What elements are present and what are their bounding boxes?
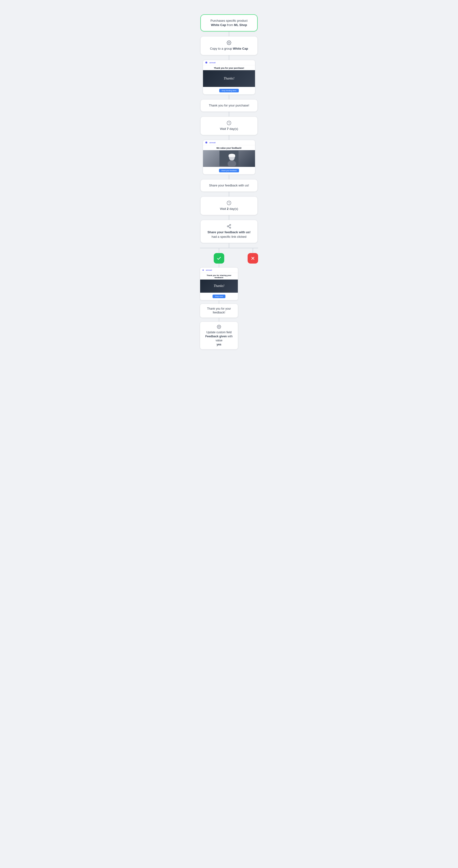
- email2-preview-wrapper: airmail We value your feedback!: [200, 140, 258, 175]
- yes-email-header: airmail: [200, 268, 238, 273]
- settings-icon: [204, 325, 234, 329]
- email2-image: [203, 150, 255, 167]
- svg-point-0: [229, 42, 230, 43]
- email1-preview[interactable]: airmail Thank you for your purchase! Tha…: [203, 60, 255, 95]
- no-button[interactable]: [248, 253, 258, 264]
- connector-2: [229, 55, 229, 60]
- connector-6: [229, 175, 229, 179]
- gear-icon-1: [205, 40, 253, 45]
- wait1-text: Wait 7 day(s): [205, 127, 253, 131]
- email1-image: Thanks!: [203, 70, 255, 87]
- branch-h-line: [200, 248, 258, 248]
- yes-button[interactable]: [214, 253, 224, 264]
- email2-card[interactable]: Share your feedback with us!: [200, 179, 258, 192]
- no-connector-top: [253, 248, 253, 253]
- clock-icon-2: [205, 200, 253, 205]
- update-field-text: Update custom field Feedback given with …: [204, 331, 234, 346]
- wait1-card[interactable]: Wait 7 day(s): [200, 117, 258, 135]
- yes-connector-bot: [219, 300, 219, 304]
- copy-group-text: Copy to a group White Cap: [205, 46, 253, 51]
- yes-email-button[interactable]: Shop more: [212, 294, 225, 298]
- svg-point-10: [230, 227, 231, 228]
- svg-line-11: [228, 227, 230, 227]
- airmail-logo-dot: [205, 62, 207, 63]
- email2-card-text: Share your feedback with us!: [205, 183, 253, 188]
- flow-container: Purchases specific product White Cap fro…: [200, 14, 258, 844]
- condition-card[interactable]: Share your feedback with us! had a speci…: [200, 220, 258, 243]
- connector-8: [229, 215, 229, 220]
- email1-button[interactable]: Shop trending items: [219, 89, 239, 92]
- yes-branch-col: airmail Thank you for sharing your feedb…: [200, 248, 238, 350]
- svg-point-13: [219, 326, 220, 328]
- yes-email-subject: Thank you for sharing your feedback!: [200, 273, 238, 280]
- connector-3: [229, 95, 229, 99]
- email2-header: airmail: [203, 140, 255, 145]
- connector-1: [229, 32, 229, 36]
- email1-subject: Thank you for your purchase!: [203, 65, 255, 70]
- wait2-text: Wait 2 day(s): [205, 207, 253, 211]
- email1-header: airmail: [203, 60, 255, 65]
- yes-airmail-dot: [202, 270, 204, 271]
- split-icon: [205, 224, 253, 229]
- svg-rect-5: [229, 156, 235, 157]
- branch-columns: airmail Thank you for sharing your feedb…: [200, 248, 258, 350]
- condition-text: Share your feedback with us! had a speci…: [205, 230, 253, 239]
- email2-button[interactable]: Share your feedback: [219, 169, 239, 173]
- yes-card[interactable]: Thank you for your feedback!: [200, 304, 238, 318]
- email2-subject: We value your feedback!: [203, 145, 255, 150]
- connector-4: [229, 112, 229, 117]
- email2-preview[interactable]: airmail We value your feedback!: [203, 140, 255, 175]
- yes-airmail-text: airmail: [206, 269, 212, 271]
- yes-email-image: Thanks!: [200, 280, 238, 293]
- email1-card-text: Thank you for your purchase!: [205, 103, 253, 108]
- no-branch-col: [248, 248, 258, 264]
- yes-connector-top: [219, 248, 219, 253]
- connector-9: [229, 243, 229, 248]
- wait2-card[interactable]: Wait 2 day(s): [200, 196, 258, 215]
- clock-icon-1: [205, 121, 253, 125]
- trigger-text: Purchases specific product White Cap fro…: [206, 19, 252, 27]
- email1-card[interactable]: Thank you for your purchase!: [200, 99, 258, 112]
- yes-connector-mid: [219, 264, 219, 267]
- airmail-logo-dot-2: [205, 142, 207, 144]
- connector-7: [229, 192, 229, 196]
- yes-email-preview[interactable]: airmail Thank you for sharing your feedb…: [200, 267, 238, 300]
- airmail-logo-text-1: airmail: [209, 62, 216, 64]
- yes-connector-bot2: [219, 318, 219, 321]
- airmail-logo-text-2: airmail: [209, 142, 216, 144]
- update-field-card[interactable]: Update custom field Feedback given with …: [200, 321, 238, 349]
- svg-line-12: [228, 225, 230, 226]
- branch-section: airmail Thank you for sharing your feedb…: [189, 243, 269, 350]
- yes-card-text: Thank you for your feedback!: [204, 307, 234, 315]
- svg-point-9: [227, 226, 229, 227]
- email1-preview-wrapper: airmail Thank you for your purchase! Tha…: [200, 60, 258, 95]
- trigger-card[interactable]: Purchases specific product White Cap fro…: [200, 14, 258, 32]
- copy-group-card[interactable]: Copy to a group White Cap: [200, 36, 258, 55]
- svg-point-8: [230, 224, 231, 226]
- connector-5: [229, 135, 229, 140]
